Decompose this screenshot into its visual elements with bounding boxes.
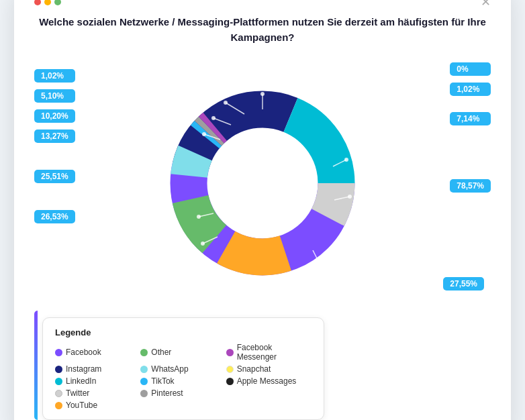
legend-label-other: Other [151,348,171,357]
label-left-4: 25,51% [34,170,75,183]
legend-label-facebook: Facebook [66,348,101,357]
labels-left: 1,02% 5,10% 10,20% 13,27% 25,51% 26,53% [34,69,75,223]
legend-label-linkedin: LinkedIn [66,376,96,386]
bottom-section: Legende Facebook Other Facebook Messenge… [34,311,491,420]
label-right-0: 0% [450,62,491,76]
dot-green [54,0,61,5]
legend-item-instagram: Instagram [55,364,140,374]
label-left-3: 13,27% [34,129,75,143]
svg-point-15 [197,215,201,219]
modal-card: ✕ Welche sozialen Netzwerke / Messaging-… [14,0,511,420]
legend-dot-twitter [55,390,62,397]
title-bar: ✕ [34,0,491,8]
labels-right: 0% 1,02% 7,14% 78,57% [450,62,491,193]
legend-item-other: Other [140,343,226,362]
legend-item-apple-messages: Apple Messages [226,376,312,386]
donut-chart [158,79,367,287]
legend-label-pinterest: Pinterest [151,388,183,398]
window-dots [34,0,61,5]
legend-item-whatsapp: WhatsApp [140,364,226,374]
legend-dot-facebook [55,349,62,356]
legend-label-snapchat: Snapchat [237,364,271,374]
close-button[interactable]: ✕ [481,0,491,8]
label-br-value: 27,55% [443,277,484,291]
legend-dot-snapchat [226,366,234,373]
legend-dot-linkedin [55,378,62,385]
legend-label-apple-messages: Apple Messages [237,376,297,386]
legend-dot-instagram [55,366,62,373]
svg-point-3 [224,101,228,105]
svg-point-11 [348,195,352,199]
svg-point-7 [202,132,206,136]
legend-dot-other [140,349,148,356]
dot-red [34,0,41,5]
legend-dot-tiktok [140,378,148,385]
svg-point-13 [318,262,322,266]
legend-dot-pinterest [140,390,148,397]
legend-label-fb-messenger: Facebook Messenger [237,343,312,362]
chart-area: 1,02% 5,10% 10,20% 13,27% 25,51% 26,53% … [34,56,491,311]
label-left-2: 10,20% [34,109,75,123]
label-left-5: 26,53% [34,210,75,223]
label-right-1: 1,02% [450,83,491,96]
legend-item-snapchat: Snapchat [226,364,312,374]
legend-item-youtube: YouTube [55,401,140,410]
legend-item-linkedin: LinkedIn [55,376,140,386]
legend-label-tiktok: TikTok [151,376,174,386]
label-left-1: 5,10% [34,89,75,103]
legend-dot-fb-messenger [226,349,234,356]
legend-item-fb-messenger: Facebook Messenger [226,343,312,362]
legend-box: Legende Facebook Other Facebook Messenge… [42,317,324,420]
legend-item-placeholder [226,388,312,398]
legend-title: Legende [55,327,312,337]
svg-point-9 [344,158,348,162]
legend-dot-youtube [55,402,62,409]
legend-label-twitter: Twitter [66,388,89,398]
legend-item-pinterest: Pinterest [140,388,226,398]
label-bottom-right: 27,55% [443,277,484,291]
chart-title: Welche sozialen Netzwerke / Messaging-Pl… [34,15,491,45]
label-left-0: 1,02% [34,69,75,83]
legend-dot-apple-messages [226,378,234,385]
legend-grid: Facebook Other Facebook Messenger Instag… [55,343,312,410]
accent-bar [34,311,38,420]
legend-label-whatsapp: WhatsApp [151,364,188,374]
svg-point-5 [211,116,216,120]
label-right-3: 78,57% [450,179,491,193]
legend-dot-whatsapp [140,366,148,373]
legend-label-instagram: Instagram [66,364,101,374]
legend-item-twitter: Twitter [55,388,140,398]
legend-label-youtube: YouTube [66,401,97,410]
svg-point-17 [201,242,205,246]
legend-item-facebook: Facebook [55,343,140,362]
label-right-2: 7,14% [450,112,491,125]
legend-item-tiktok: TikTok [140,376,226,386]
dot-yellow [44,0,51,5]
svg-point-1 [260,92,265,96]
donut-hole [212,133,313,233]
